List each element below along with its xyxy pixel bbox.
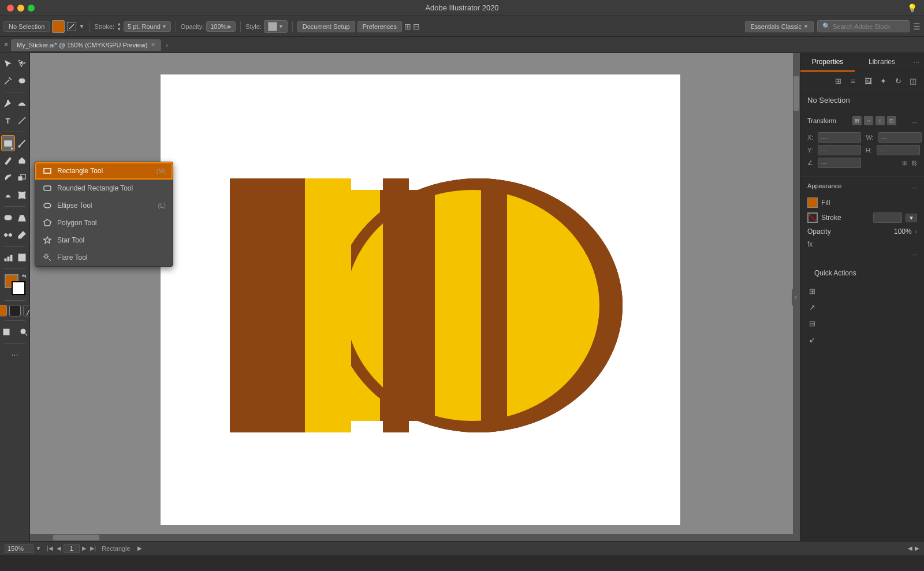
arrange-icon-1[interactable]: ⊞ xyxy=(404,22,411,31)
appearance-more-icon[interactable]: ··· xyxy=(912,185,917,191)
zoom-down-icon[interactable]: ▼ xyxy=(36,546,41,551)
artboard-tool-button[interactable] xyxy=(0,324,14,340)
opacity-expand-icon[interactable]: › xyxy=(915,229,917,235)
transform-icon-3[interactable]: ↕ xyxy=(875,116,885,125)
perspective-tool-button[interactable] xyxy=(15,210,29,226)
stroke-color-indicator[interactable] xyxy=(807,212,818,223)
opacity-value-button[interactable]: 100% ▶ xyxy=(206,21,236,32)
panel-icon-layers[interactable]: ≡ xyxy=(847,74,859,87)
scale-tool-button[interactable] xyxy=(15,170,29,186)
tab-close-icon[interactable]: ✕ xyxy=(151,42,155,48)
first-page-button[interactable]: |◀ xyxy=(46,545,54,551)
panel-more-icon[interactable]: ··· xyxy=(909,53,924,72)
transform-icon-2[interactable]: ↔ xyxy=(864,116,873,125)
transform-icon-4[interactable]: ⊡ xyxy=(887,116,896,125)
stroke-unit-dropdown[interactable]: ▼ xyxy=(906,214,917,222)
dropdown-item-rounded-rectangle-tool[interactable]: Rounded Rectangle Tool xyxy=(35,180,173,197)
pencil-tool-button[interactable] xyxy=(1,152,15,169)
dark-mode-button[interactable] xyxy=(9,305,21,316)
traffic-lights[interactable] xyxy=(7,5,35,12)
slash-mode-button[interactable]: ╱ xyxy=(23,305,31,316)
y-input[interactable] xyxy=(818,145,861,155)
line-tool-button[interactable] xyxy=(15,113,29,129)
prev-page-button[interactable]: ◀ xyxy=(55,545,62,551)
status-right-arrow[interactable]: ▶ xyxy=(915,545,919,551)
essentials-button[interactable]: Essentials Classic ▼ xyxy=(745,21,814,32)
fx-button[interactable]: fx xyxy=(807,239,813,249)
h-input[interactable] xyxy=(877,145,920,155)
bottom-icon-4[interactable]: ↙ xyxy=(805,333,819,346)
dropdown-item-star-tool[interactable]: Star Tool xyxy=(35,232,173,249)
eyedropper-tool-button[interactable] xyxy=(15,227,29,243)
panel-icon-star[interactable]: ✦ xyxy=(877,74,889,87)
fill-color-box[interactable] xyxy=(52,20,65,33)
curvature-tool-button[interactable] xyxy=(15,95,29,111)
selection-tool-button[interactable] xyxy=(1,55,15,72)
close-button[interactable] xyxy=(7,5,14,12)
status-left-arrow[interactable]: ◀ xyxy=(908,545,912,551)
paintbrush-tool-button[interactable] xyxy=(15,135,29,151)
angle-input[interactable] xyxy=(818,158,861,168)
dropdown-item-flare-tool[interactable]: Flare Tool xyxy=(35,249,173,266)
normal-mode-button[interactable] xyxy=(0,305,7,316)
bottom-icon-1[interactable]: ⊞ xyxy=(805,284,819,298)
w-input[interactable] xyxy=(878,132,922,143)
status-play-button[interactable]: ▶ xyxy=(137,545,142,551)
close-tab-icon[interactable]: ✕ xyxy=(3,41,9,48)
tab-properties[interactable]: Properties xyxy=(800,53,855,72)
stroke-value-input[interactable] xyxy=(873,212,902,223)
maximize-button[interactable] xyxy=(28,5,35,12)
minimize-button[interactable] xyxy=(17,5,24,12)
tab-arrow[interactable]: › xyxy=(166,42,168,48)
stroke-weight-button[interactable]: 5 pt. Round ▼ xyxy=(124,21,171,32)
blend-tool-button[interactable] xyxy=(1,227,15,243)
scrollbar-bottom[interactable] xyxy=(30,534,793,541)
direct-selection-tool-button[interactable] xyxy=(15,55,29,72)
panel-icon-align[interactable]: ◫ xyxy=(907,74,919,87)
search-stock-input[interactable]: 🔍 Search Adobe Stock xyxy=(817,20,910,32)
shape-builder-tool-button[interactable] xyxy=(1,210,15,226)
pen-tool-button[interactable] xyxy=(1,95,15,111)
stroke-spinners[interactable]: ▲ ▼ xyxy=(117,21,121,32)
page-number-input[interactable] xyxy=(64,544,80,553)
fill-color-indicator[interactable] xyxy=(807,197,818,208)
bottom-icon-3[interactable]: ⊟ xyxy=(805,316,819,330)
type-tool-button[interactable]: T xyxy=(1,113,15,129)
warp-tool-button[interactable] xyxy=(1,187,15,203)
style-button[interactable]: ▼ xyxy=(264,20,288,33)
x-input[interactable] xyxy=(818,132,861,143)
dropdown-item-ellipse-tool[interactable]: Ellipse Tool (L) xyxy=(35,197,173,214)
swap-icon[interactable]: ⇆ xyxy=(22,273,27,279)
rotate-tool-button[interactable] xyxy=(1,170,15,186)
collapse-right-panel[interactable]: › xyxy=(792,289,800,306)
next-page-button[interactable]: ▶ xyxy=(81,545,88,551)
rectangle-tool-button[interactable]: ▶ xyxy=(1,135,15,151)
dropdown-item-polygon-tool[interactable]: Polygon Tool xyxy=(35,214,173,232)
magic-wand-tool-button[interactable] xyxy=(1,73,15,89)
zoom-tool-button[interactable] xyxy=(16,324,31,340)
slice-tool-button[interactable] xyxy=(15,249,29,266)
document-tab[interactable]: My_Sticker.ai* @ 150% (CMYK/GPU Preview)… xyxy=(11,39,161,51)
lasso-tool-button[interactable] xyxy=(15,73,29,89)
stroke-box[interactable] xyxy=(12,281,25,295)
transform-icon-1[interactable]: ⊞ xyxy=(852,116,862,125)
fill-label[interactable]: Fill xyxy=(821,199,917,207)
panel-icon-image[interactable]: 🖼 xyxy=(862,74,874,87)
last-page-button[interactable]: ▶| xyxy=(89,545,98,551)
tab-libraries[interactable]: Libraries xyxy=(855,53,909,72)
no-selection-button[interactable]: No Selection xyxy=(3,21,50,32)
graph-tool-button[interactable] xyxy=(1,249,15,266)
zoom-input[interactable] xyxy=(5,544,33,553)
more-tools-button[interactable]: ··· xyxy=(7,346,23,363)
stroke-label[interactable]: Stroke xyxy=(821,214,870,222)
menu-icon[interactable]: ☰ xyxy=(913,22,921,31)
dropdown-item-rectangle-tool[interactable]: Rectangle Tool (M) xyxy=(35,162,173,180)
arrange-icon-2[interactable]: ⊟ xyxy=(413,22,420,31)
eraser-tool-button[interactable] xyxy=(15,152,29,169)
bottom-icon-2[interactable]: ↗ xyxy=(805,300,819,314)
lightbulb-icon[interactable]: 💡 xyxy=(907,3,917,13)
document-setup-button[interactable]: Document Setup xyxy=(297,21,355,32)
panel-icon-sync[interactable]: ↻ xyxy=(892,74,904,87)
free-transform-tool-button[interactable] xyxy=(15,187,29,203)
panel-icon-grid[interactable]: ⊞ xyxy=(832,74,844,87)
